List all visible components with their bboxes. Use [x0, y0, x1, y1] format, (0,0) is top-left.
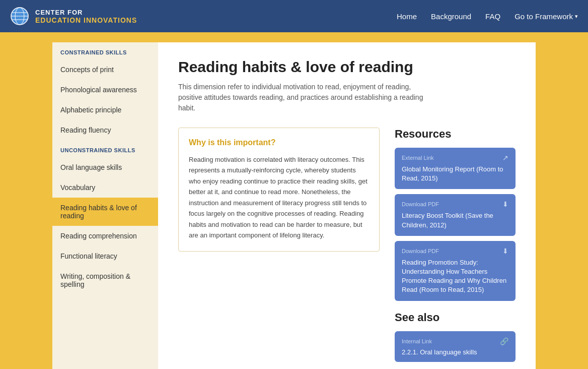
resource-card-header-1: Download PDF ⬇	[402, 200, 508, 208]
see-also-card-type-0: Internal Link	[402, 338, 432, 344]
resource-card-header-0: External Link ↗	[402, 154, 508, 162]
why-important-title: Why is this important?	[189, 138, 369, 147]
page-description: This dimension refer to individual motiv…	[178, 82, 430, 113]
resources-title: Resources	[395, 128, 516, 141]
nav-framework-dropdown[interactable]: Go to Framework ▾	[514, 12, 578, 21]
org-name-line1: CENTER FOR	[35, 9, 137, 16]
header-logo-area: CENTER FOR EDUCATION INNOVATIONS	[10, 7, 137, 26]
why-important-box: Why is this important? Reading motivatio…	[178, 128, 380, 252]
resource-card-title-2: Reading Promotion Study: Understanding H…	[402, 258, 508, 295]
globe-icon	[10, 7, 29, 26]
sidebar: CONSTRAINED SKILLS Concepts of print Pho…	[52, 42, 158, 369]
sidebar-item-reading-comprehension[interactable]: Reading comprehension	[52, 226, 158, 246]
page-container: CONSTRAINED SKILLS Concepts of print Pho…	[0, 32, 588, 369]
nav-background[interactable]: Background	[431, 12, 471, 21]
resource-card-header-2: Download PDF ⬇	[402, 247, 508, 255]
main-content: Reading habits & love of reading This di…	[158, 42, 536, 369]
sidebar-item-vocabulary[interactable]: Vocabulary	[52, 177, 158, 198]
sidebar-item-reading-habits[interactable]: Reading habits & love of reading	[52, 198, 158, 226]
resource-card-title-1: Literacy Boost Toolkit (Save the Childre…	[402, 211, 508, 229]
resource-card-type-1: Download PDF	[402, 201, 439, 207]
download-icon-2: ⬇	[502, 247, 508, 255]
external-link-icon-0: ↗	[502, 154, 508, 162]
content-columns: Why is this important? Reading motivatio…	[178, 128, 516, 362]
nav-home[interactable]: Home	[397, 12, 417, 21]
why-important-text: Reading motivation is correlated with li…	[189, 154, 369, 241]
unconstrained-skills-header: UNCONSTRAINED SKILLS	[52, 140, 158, 157]
constrained-skills-header: CONSTRAINED SKILLS	[52, 42, 158, 59]
nav-framework-label: Go to Framework	[514, 12, 573, 21]
resource-card-0[interactable]: External Link ↗ Global Monitoring Report…	[395, 148, 516, 189]
org-name-line2: EDUCATION INNOVATIONS	[35, 16, 137, 24]
download-icon-1: ⬇	[502, 200, 508, 208]
resource-card-type-2: Download PDF	[402, 248, 439, 254]
resource-card-type-0: External Link	[402, 155, 434, 161]
sidebar-item-alphabetic-principle[interactable]: Alphabetic principle	[52, 100, 158, 120]
left-column: Why is this important? Reading motivatio…	[178, 128, 380, 362]
resource-card-2[interactable]: Download PDF ⬇ Reading Promotion Study: …	[395, 241, 516, 301]
content-wrapper: CONSTRAINED SKILLS Concepts of print Pho…	[52, 42, 536, 369]
see-also-card-0[interactable]: Internal Link 🔗 2.2.1. Oral language ski…	[395, 331, 516, 362]
header-nav: Home Background FAQ Go to Framework ▾	[397, 12, 578, 21]
sidebar-item-functional-literacy[interactable]: Functional literacy	[52, 246, 158, 266]
nav-faq[interactable]: FAQ	[485, 12, 500, 21]
see-also-card-header-0: Internal Link 🔗	[402, 337, 508, 345]
sidebar-item-phonological-awareness[interactable]: Phonological awareness	[52, 80, 158, 100]
see-also-card-title-0: 2.2.1. Oral language skills	[402, 348, 508, 356]
internal-link-icon-0: 🔗	[500, 337, 508, 345]
resource-card-1[interactable]: Download PDF ⬇ Literacy Boost Toolkit (S…	[395, 194, 516, 235]
page-title: Reading habits & love of reading	[178, 58, 516, 76]
resource-card-title-0: Global Monitoring Report (Room to Read, …	[402, 165, 508, 183]
see-also-title: See also	[395, 311, 516, 324]
header: CENTER FOR EDUCATION INNOVATIONS Home Ba…	[0, 0, 588, 32]
sidebar-item-oral-language[interactable]: Oral language skills	[52, 157, 158, 177]
sidebar-item-writing[interactable]: Writing, composition & spelling	[52, 266, 158, 294]
org-name: CENTER FOR EDUCATION INNOVATIONS	[35, 9, 137, 24]
sidebar-item-reading-fluency[interactable]: Reading fluency	[52, 120, 158, 140]
sidebar-item-concepts-of-print[interactable]: Concepts of print	[52, 59, 158, 80]
chevron-down-icon: ▾	[575, 13, 578, 20]
right-column: Resources External Link ↗ Global Monitor…	[395, 128, 516, 362]
